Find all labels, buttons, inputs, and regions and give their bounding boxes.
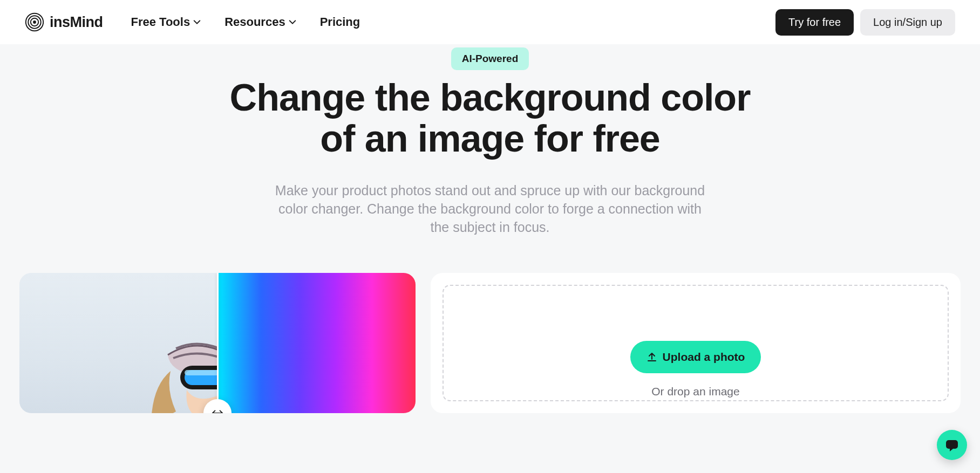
svg-rect-11 xyxy=(946,440,958,449)
try-free-button[interactable]: Try for free xyxy=(775,9,854,36)
compare-before xyxy=(19,273,217,413)
header-left: insMind Free Tools Resources Pricing xyxy=(25,12,360,32)
nav-resources-label: Resources xyxy=(224,15,285,29)
nav-resources[interactable]: Resources xyxy=(224,15,296,29)
login-signup-button[interactable]: Log in/Sign up xyxy=(860,9,955,36)
page-subtitle: Make your product photos stand out and s… xyxy=(269,182,711,236)
horizontal-arrows-icon xyxy=(212,409,223,413)
upload-hint: Or drop an image xyxy=(651,385,739,398)
header: insMind Free Tools Resources Pricing Try… xyxy=(0,0,980,44)
compare-divider xyxy=(217,273,219,413)
skier-illustration xyxy=(117,306,217,413)
logo-icon xyxy=(25,12,44,32)
compare-card xyxy=(19,273,416,413)
header-right: Try for free Log in/Sign up xyxy=(775,9,955,36)
ai-powered-badge: AI-Powered xyxy=(451,47,529,70)
svg-point-3 xyxy=(33,20,36,24)
page-title: Change the background color of an image … xyxy=(220,78,760,159)
compare-after xyxy=(217,273,416,413)
logo-text: insMind xyxy=(50,14,103,31)
upload-drop-zone[interactable]: Upload a photo Or drop an image xyxy=(443,285,949,401)
hero: AI-Powered Change the background color o… xyxy=(0,44,980,236)
nav-free-tools[interactable]: Free Tools xyxy=(131,15,201,29)
upload-card: Upload a photo Or drop an image xyxy=(431,273,961,413)
chat-icon xyxy=(944,437,959,453)
content-row: Upload a photo Or drop an image xyxy=(0,236,980,413)
help-chat-button[interactable] xyxy=(937,430,967,460)
upload-photo-button[interactable]: Upload a photo xyxy=(630,341,761,373)
upload-photo-label: Upload a photo xyxy=(663,351,745,364)
nav-pricing[interactable]: Pricing xyxy=(320,15,360,29)
chevron-down-icon xyxy=(289,18,296,26)
logo[interactable]: insMind xyxy=(25,12,103,32)
nav-free-tools-label: Free Tools xyxy=(131,15,190,29)
chevron-down-icon xyxy=(193,18,201,26)
nav: Free Tools Resources Pricing xyxy=(131,15,360,29)
svg-rect-6 xyxy=(185,370,217,375)
nav-pricing-label: Pricing xyxy=(320,15,360,29)
upload-icon xyxy=(646,352,657,362)
